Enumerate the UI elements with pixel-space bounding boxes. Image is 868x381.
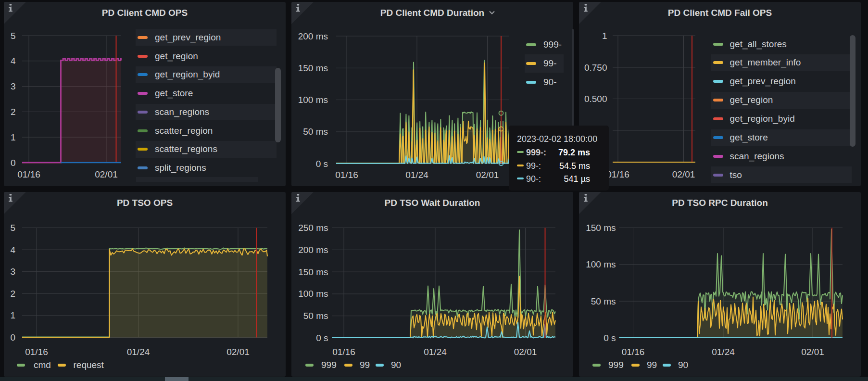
svg-text:0: 0 xyxy=(11,158,16,168)
svg-text:01/16: 01/16 xyxy=(622,347,645,357)
svg-text:01/24: 01/24 xyxy=(712,347,735,357)
svg-text:100 ms: 100 ms xyxy=(586,259,616,269)
svg-text:2: 2 xyxy=(10,289,15,299)
svg-text:02/01: 02/01 xyxy=(95,169,118,179)
svg-text:2: 2 xyxy=(11,107,16,117)
svg-text:01/16: 01/16 xyxy=(25,347,48,357)
svg-text:0: 0 xyxy=(10,332,15,343)
svg-text:01/24: 01/24 xyxy=(127,347,150,357)
svg-text:50 ms: 50 ms xyxy=(303,311,328,321)
svg-text:01/16: 01/16 xyxy=(332,347,355,357)
svg-text:3: 3 xyxy=(11,81,16,91)
svg-text:150 ms: 150 ms xyxy=(298,267,328,277)
svg-text:1: 1 xyxy=(10,310,15,320)
svg-text:02/01: 02/01 xyxy=(476,170,499,180)
svg-text:1: 1 xyxy=(11,132,16,142)
svg-text:02/01: 02/01 xyxy=(226,347,250,357)
svg-text:0.500: 0.500 xyxy=(584,94,607,104)
svg-text:01/16: 01/16 xyxy=(17,169,40,179)
svg-text:50 ms: 50 ms xyxy=(303,127,328,137)
svg-text:250 ms: 250 ms xyxy=(298,223,328,233)
svg-text:02/01: 02/01 xyxy=(514,347,537,357)
svg-text:100 ms: 100 ms xyxy=(298,289,328,299)
svg-text:200 ms: 200 ms xyxy=(298,31,328,41)
svg-text:150 ms: 150 ms xyxy=(298,63,328,73)
svg-text:4: 4 xyxy=(10,245,15,255)
svg-text:3: 3 xyxy=(10,267,15,277)
svg-text:50 ms: 50 ms xyxy=(591,296,616,306)
svg-text:02/01: 02/01 xyxy=(672,169,695,179)
svg-text:0 s: 0 s xyxy=(316,159,328,169)
svg-text:01/24: 01/24 xyxy=(405,170,428,180)
svg-text:01/16: 01/16 xyxy=(335,170,358,180)
svg-text:0 s: 0 s xyxy=(604,333,616,343)
svg-text:200 ms: 200 ms xyxy=(298,245,328,255)
svg-text:100 ms: 100 ms xyxy=(298,95,328,105)
svg-text:5: 5 xyxy=(11,31,16,41)
svg-text:150 ms: 150 ms xyxy=(586,223,616,233)
svg-text:1: 1 xyxy=(602,31,607,41)
svg-text:0.750: 0.750 xyxy=(584,63,607,73)
svg-text:4: 4 xyxy=(11,56,16,66)
svg-text:02/01: 02/01 xyxy=(801,347,824,357)
svg-text:0 s: 0 s xyxy=(316,333,328,343)
svg-text:01/24: 01/24 xyxy=(424,347,447,357)
svg-text:5: 5 xyxy=(10,223,15,233)
svg-text:01/16: 01/16 xyxy=(606,169,629,179)
